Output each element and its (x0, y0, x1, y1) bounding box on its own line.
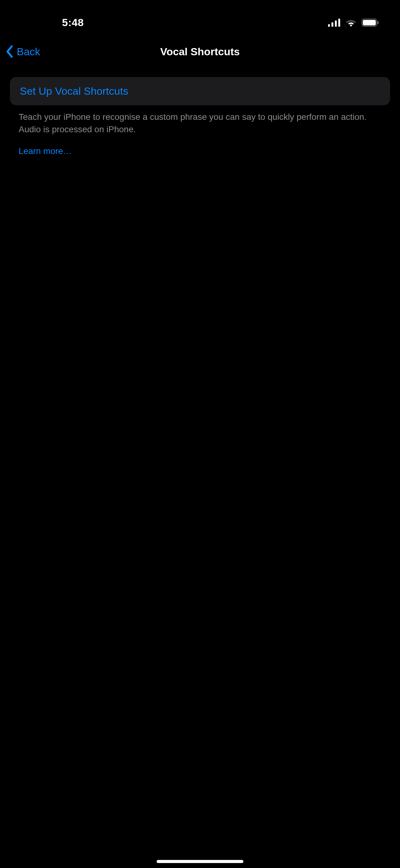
svg-rect-1 (331, 22, 333, 27)
back-button[interactable]: Back (6, 45, 40, 58)
svg-rect-6 (363, 20, 376, 26)
setup-vocal-shortcuts-label: Set Up Vocal Shortcuts (20, 85, 128, 97)
learn-more-link[interactable]: Learn more… (10, 136, 80, 157)
svg-rect-7 (377, 21, 378, 24)
back-label: Back (17, 45, 40, 58)
status-time: 5:48 (62, 17, 84, 29)
svg-rect-0 (328, 24, 330, 27)
svg-rect-3 (338, 19, 340, 27)
battery-icon (362, 19, 379, 27)
svg-point-4 (350, 25, 352, 26)
nav-bar: Back Vocal Shortcuts (0, 36, 400, 67)
status-bar: 5:48 (0, 0, 400, 34)
home-indicator[interactable] (157, 860, 243, 863)
status-indicators (328, 19, 379, 27)
setup-vocal-shortcuts-button[interactable]: Set Up Vocal Shortcuts (10, 77, 390, 105)
group-footer-description: Teach your iPhone to recognise a custom … (10, 105, 390, 136)
wifi-icon (345, 19, 357, 27)
svg-rect-2 (335, 21, 337, 27)
settings-group: Set Up Vocal Shortcuts Teach your iPhone… (10, 77, 390, 157)
chevron-left-icon (6, 45, 14, 58)
page-title: Vocal Shortcuts (160, 45, 240, 58)
cellular-icon (328, 19, 340, 27)
content-area: Set Up Vocal Shortcuts Teach your iPhone… (0, 67, 400, 157)
